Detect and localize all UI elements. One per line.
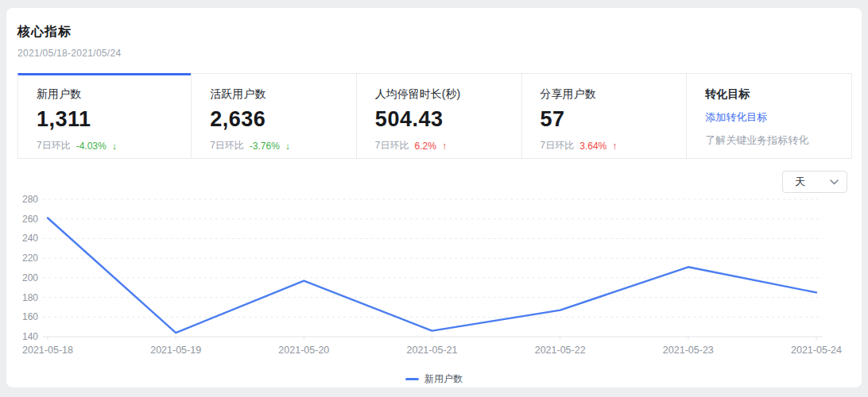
page-title: 核心指标 [17,24,851,40]
metric-cards-row: 新用户数 1,311 7日环比 -4.03% ↓ 活跃用户数 2,636 7日环… [17,73,852,159]
chart-legend[interactable]: 新用户数 [6,372,862,386]
x-axis-label: 2021-05-21 [407,345,458,356]
y-axis-label: 260 [22,214,38,225]
add-conversion-goal-link[interactable]: 添加转化目标 [705,110,843,125]
date-range: 2021/05/18-2021/05/24 [17,48,851,59]
metric-label: 活跃用户数 [210,87,348,102]
trend-down-icon: ↓ [285,141,291,151]
trend-down-icon: ↓ [112,141,118,151]
panel-header: 核心指标 2021/05/18-2021/05/24 [6,8,862,59]
metric-value: 504.43 [375,107,513,132]
metric-label: 分享用户数 [541,87,679,102]
y-axis-label: 240 [22,233,38,244]
y-axis-label: 140 [22,331,38,342]
core-metrics-panel: 核心指标 2021/05/18-2021/05/24 新用户数 1,311 7日… [6,8,862,387]
trend-up-icon: ↑ [442,141,448,151]
line-chart[interactable]: 1401601802002202402602802021-05-182021-0… [6,183,862,370]
metric-label: 人均停留时长(秒) [375,87,513,102]
data-series-line[interactable] [48,218,816,333]
x-axis-label: 2021-05-23 [663,345,714,356]
conversion-goal-description: 了解关键业务指标转化 [705,133,843,148]
compare-label: 7日环比 [541,139,575,152]
legend-line-marker [405,378,419,380]
y-axis-label: 200 [22,272,38,283]
metric-compare: 7日环比 -4.03% ↓ [37,139,183,152]
x-axis-label: 2021-05-19 [150,345,201,356]
metric-value: 1,311 [37,107,183,132]
metric-compare: 7日环比 6.2% ↑ [375,139,513,152]
compare-label: 7日环比 [375,139,409,152]
y-axis-label: 180 [22,292,38,303]
metric-label: 新用户数 [37,87,183,102]
change-percent: -3.76% [250,141,280,152]
change-percent: 6.2% [415,141,436,152]
metric-value: 2,636 [210,107,348,132]
x-axis-label: 2021-05-24 [791,345,842,356]
metric-card-avg-stay-duration[interactable]: 人均停留时长(秒) 504.43 7日环比 6.2% ↑ [356,73,521,158]
change-percent: 3.64% [579,141,606,152]
x-axis-label: 2021-05-22 [535,345,586,356]
x-axis-label: 2021-05-20 [278,345,329,356]
metric-compare: 7日环比 3.64% ↑ [541,139,679,152]
conversion-goal-title: 转化目标 [705,87,843,102]
y-axis-label: 220 [22,252,38,264]
y-axis-label: 280 [22,194,38,205]
legend-series-label: 新用户数 [424,372,463,386]
metric-value: 57 [541,107,679,132]
metric-card-share-users[interactable]: 分享用户数 57 7日环比 3.64% ↑ [521,73,687,158]
compare-label: 7日环比 [37,139,71,152]
x-axis-label: 2021-05-18 [22,345,73,356]
metric-card-active-users[interactable]: 活跃用户数 2,636 7日环比 -3.76% ↓ [191,73,356,158]
trend-up-icon: ↑ [612,141,618,151]
change-percent: -4.03% [76,141,107,152]
compare-label: 7日环比 [210,139,244,152]
metric-compare: 7日环比 -3.76% ↓ [210,139,348,152]
conversion-goal-card: 转化目标 添加转化目标 了解关键业务指标转化 [686,73,851,158]
metric-card-new-users[interactable]: 新用户数 1,311 7日环比 -4.03% ↓ [17,73,191,158]
y-axis-label: 160 [22,311,38,322]
